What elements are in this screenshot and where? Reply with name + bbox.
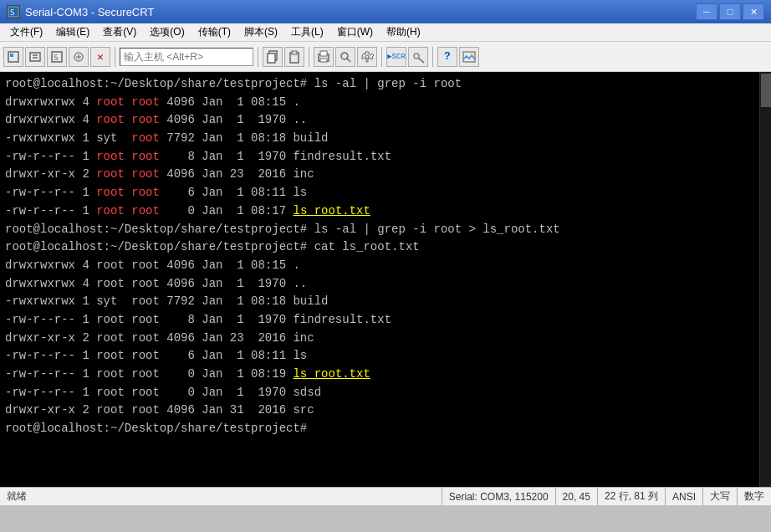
toolbar-btn-copy[interactable] (263, 47, 283, 67)
close-button[interactable]: ✕ (743, 3, 764, 20)
svg-line-23 (419, 58, 425, 63)
toolbar: S ✕ ▶SCR ? (0, 42, 771, 72)
svg-rect-13 (268, 54, 275, 63)
maximize-button[interactable]: □ (719, 3, 741, 20)
minimize-button[interactable]: ─ (696, 3, 717, 20)
toolbar-btn-3[interactable]: S (47, 47, 67, 67)
toolbar-btn-1[interactable] (3, 47, 23, 67)
status-encoding: ANSI (665, 488, 702, 505)
toolbar-btn-config[interactable] (357, 47, 377, 67)
menu-options[interactable]: 选项(O) (143, 23, 191, 41)
svg-rect-18 (320, 59, 327, 62)
menu-window[interactable]: 窗口(W) (330, 23, 380, 41)
toolbar-sep-4 (381, 47, 382, 67)
svg-rect-15 (292, 51, 297, 54)
window-controls: ─ □ ✕ (696, 3, 764, 20)
app-icon: S (7, 5, 20, 18)
toolbar-sep-3 (309, 47, 309, 67)
svg-point-25 (471, 53, 473, 55)
toolbar-sep-2 (258, 47, 258, 67)
toolbar-btn-help[interactable]: ? (437, 47, 457, 67)
toolbar-btn-print[interactable] (314, 47, 334, 67)
svg-text:S: S (54, 54, 58, 62)
menu-view[interactable]: 查看(V) (96, 23, 143, 41)
status-ready: 就绪 (0, 489, 442, 504)
terminal-content: root@localhost:~/Desktop/share/testproje… (5, 75, 766, 438)
status-rows-cols: 22 行, 81 列 (597, 488, 665, 505)
status-serial: Serial: COM3, 115200 (442, 488, 555, 505)
svg-point-22 (414, 54, 419, 59)
svg-rect-3 (10, 54, 13, 57)
svg-rect-4 (30, 53, 40, 61)
status-num: 数字 (737, 488, 771, 505)
scrollbar-thumb[interactable] (761, 74, 771, 107)
toolbar-sep-5 (432, 47, 433, 67)
toolbar-btn-paste[interactable] (284, 47, 304, 67)
terminal[interactable]: root@localhost:~/Desktop/share/testproje… (0, 72, 771, 487)
menu-bar: 文件(F) 编辑(E) 查看(V) 选项(O) 传输(T) 脚本(S) 工具(L… (0, 23, 771, 42)
status-position: 20, 45 (555, 488, 597, 505)
svg-rect-17 (320, 51, 327, 56)
toolbar-btn-find[interactable] (335, 47, 355, 67)
svg-point-21 (365, 55, 369, 59)
svg-text:S: S (10, 8, 14, 17)
svg-point-19 (341, 53, 348, 59)
title-bar: S Serial-COM3 - SecureCRT ─ □ ✕ (0, 0, 771, 23)
menu-file[interactable]: 文件(F) (3, 23, 49, 41)
toolbar-btn-script-play[interactable]: ▶SCR (386, 47, 406, 67)
toolbar-sep-1 (115, 47, 115, 67)
toolbar-btn-key[interactable] (408, 47, 428, 67)
menu-transfer[interactable]: 传输(T) (191, 23, 237, 41)
scrollbar[interactable] (759, 72, 771, 487)
host-input[interactable] (120, 48, 253, 66)
toolbar-btn-2[interactable] (25, 47, 45, 67)
window-title: Serial-COM3 - SecureCRT (25, 6, 696, 18)
status-caps: 大写 (702, 488, 737, 505)
status-bar: 就绪 Serial: COM3, 115200 20, 45 22 行, 81 … (0, 487, 771, 505)
menu-script[interactable]: 脚本(S) (237, 23, 284, 41)
menu-edit[interactable]: 编辑(E) (49, 23, 96, 41)
toolbar-btn-x[interactable]: ✕ (90, 47, 110, 67)
toolbar-btn-4[interactable] (69, 47, 89, 67)
toolbar-btn-img[interactable] (459, 47, 479, 67)
menu-help[interactable]: 帮助(H) (380, 23, 427, 41)
menu-tools[interactable]: 工具(L) (284, 23, 330, 41)
svg-line-20 (347, 59, 350, 62)
